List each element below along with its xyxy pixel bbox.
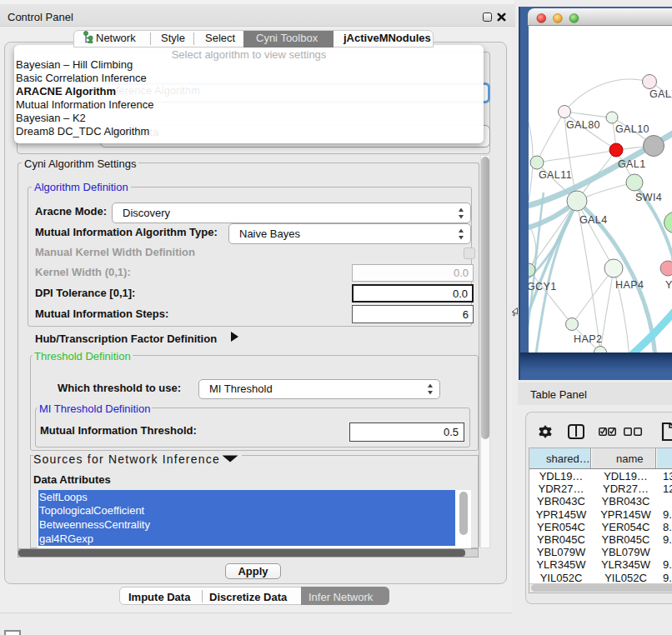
svg-text:GAL7: GAL7	[649, 88, 672, 100]
svg-text:HAP2: HAP2	[574, 333, 602, 345]
svg-text:GAL4: GAL4	[579, 214, 608, 226]
svg-text:GAL11: GAL11	[539, 169, 572, 181]
svg-text:Y: Y	[665, 279, 672, 291]
svg-text:GAL80: GAL80	[566, 119, 600, 131]
svg-text:SWI4: SWI4	[635, 192, 662, 203]
svg-text:HAP4: HAP4	[615, 279, 644, 291]
svg-text:GCY1: GCY1	[529, 281, 557, 292]
svg-text:GAL10: GAL10	[615, 123, 649, 135]
svg-text:GAL1: GAL1	[618, 158, 646, 170]
